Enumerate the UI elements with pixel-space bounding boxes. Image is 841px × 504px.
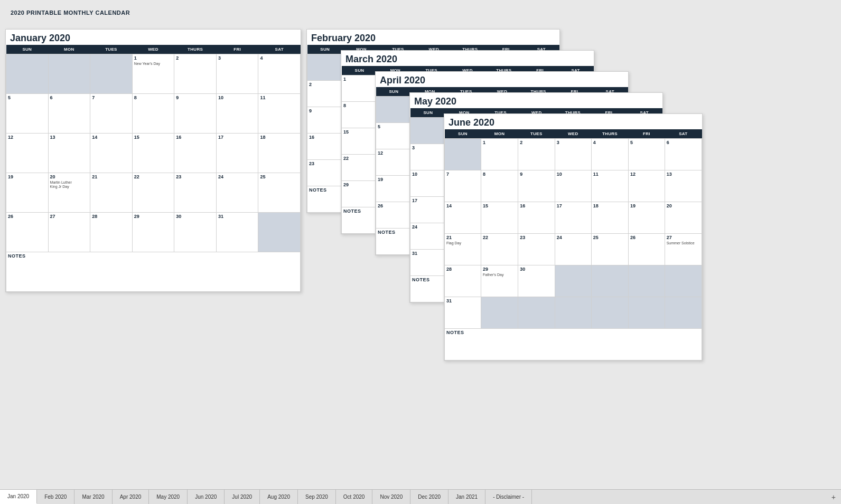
jan-day-15: 15 <box>132 134 174 173</box>
june-title: June 2020 <box>444 114 702 129</box>
table-row: 19 20Martin LutherKing Jr Day 21 22 23 2… <box>6 173 301 213</box>
jan-fri-header: FRI <box>216 45 258 54</box>
jan-thurs-header: THURS <box>174 45 217 54</box>
jan-empty <box>90 54 133 94</box>
table-row: 7 8 9 10 11 12 13 <box>445 170 702 202</box>
jan-day-2: 2 <box>174 54 217 94</box>
jan-sun-header: SUN <box>6 45 49 54</box>
jan-day-1: 1New Year's Day <box>132 54 174 94</box>
tab-oct-2020[interactable]: Oct 2020 <box>336 490 373 504</box>
jan-day-7: 7 <box>90 94 133 134</box>
tab-apr-2020[interactable]: Apr 2020 <box>113 490 149 504</box>
jun-notes-row: NOTES <box>445 329 702 360</box>
jan-day-5: 5 <box>6 94 49 134</box>
jan-day-9: 9 <box>174 94 217 134</box>
table-row: 1 2 3 4 5 6 <box>445 139 702 170</box>
jan-day-27: 27 <box>48 213 90 252</box>
jan-day-17: 17 <box>216 134 258 173</box>
jan-day-11: 11 <box>258 94 301 134</box>
jan-day-6: 6 <box>48 94 90 134</box>
june-calendar: June 2020 SUN MON TUES WED THURS FRI SAT… <box>444 113 703 361</box>
tab-sep-2020[interactable]: Sep 2020 <box>298 490 336 504</box>
jan-day-3: 3 <box>216 54 258 94</box>
tab-jul-2020[interactable]: Jul 2020 <box>225 490 260 504</box>
tab-feb-2020[interactable]: Feb 2020 <box>37 490 74 504</box>
tab-jun-2020[interactable]: Jun 2020 <box>188 490 225 504</box>
tab-aug-2020[interactable]: Aug 2020 <box>260 490 298 504</box>
tab-disclaimer[interactable]: - Disclaimer - <box>485 490 532 504</box>
jan-notes-row: NOTES <box>6 252 301 292</box>
main-content: 2020 PRINTABLE MONTHLY CALENDAR January … <box>0 0 841 489</box>
tab-jan-2020[interactable]: Jan 2020 <box>0 490 37 504</box>
jan-empty <box>48 54 90 94</box>
jan-day-20: 20Martin LutherKing Jr Day <box>48 173 90 213</box>
may-title: May 2020 <box>410 93 662 108</box>
jan-day-31: 31 <box>216 213 258 252</box>
tab-add-button[interactable]: + <box>826 490 841 504</box>
jan-day-21: 21 <box>90 173 133 213</box>
jan-tues-header: TUES <box>90 45 133 54</box>
jan-day-14: 14 <box>90 134 133 173</box>
tab-nov-2020[interactable]: Nov 2020 <box>372 490 410 504</box>
jan-day-23: 23 <box>174 173 217 213</box>
tab-dec-2020[interactable]: Dec 2020 <box>410 490 448 504</box>
january-title: January 2020 <box>6 30 301 45</box>
table-row: 28 29Father's Day 30 <box>445 265 702 297</box>
feb-sun-header: SUN <box>307 45 343 54</box>
tab-jan-2021[interactable]: Jan 2021 <box>448 490 485 504</box>
jan-day-10: 10 <box>216 94 258 134</box>
march-title: March 2020 <box>341 51 594 66</box>
january-table: SUN MON TUES WED THURS FRI SAT 1New Year… <box>6 45 301 292</box>
jan-empty <box>6 54 49 94</box>
jan-day-18: 18 <box>258 134 301 173</box>
jan-day-16: 16 <box>174 134 217 173</box>
jan-day-26: 26 <box>6 213 49 252</box>
tab-bar: Jan 2020 Feb 2020 Mar 2020 Apr 2020 May … <box>0 489 841 504</box>
table-row: 21Flag Day 22 23 24 25 26 27Summer Solst… <box>445 234 702 265</box>
jan-day-8: 8 <box>132 94 174 134</box>
jan-empty-end <box>258 213 301 252</box>
jan-day-25: 25 <box>258 173 301 213</box>
january-calendar: January 2020 SUN MON TUES WED THURS FRI … <box>5 29 301 292</box>
june-table: SUN MON TUES WED THURS FRI SAT 1 2 3 4 5 <box>444 129 702 360</box>
jan-mon-header: MON <box>48 45 90 54</box>
jan-day-12: 12 <box>6 134 49 173</box>
table-row: 26 27 28 29 30 31 <box>6 213 301 252</box>
table-row: 14 15 16 17 18 19 20 <box>445 202 702 234</box>
tab-may-2020[interactable]: May 2020 <box>149 490 188 504</box>
jan-day-19: 19 <box>6 173 49 213</box>
table-row: 12 13 14 15 16 17 18 <box>6 134 301 173</box>
table-row: 1New Year's Day 2 3 4 <box>6 54 301 94</box>
jan-day-28: 28 <box>90 213 133 252</box>
tab-mar-2020[interactable]: Mar 2020 <box>74 490 112 504</box>
jan-day-24: 24 <box>216 173 258 213</box>
jan-day-29: 29 <box>132 213 174 252</box>
jan-sat-header: SAT <box>258 45 301 54</box>
table-row: 5 6 7 8 9 10 11 <box>6 94 301 134</box>
jan-wed-header: WED <box>132 45 174 54</box>
february-title: February 2020 <box>307 30 559 45</box>
jan-day-4: 4 <box>258 54 301 94</box>
april-title: April 2020 <box>376 72 628 87</box>
jan-day-30: 30 <box>174 213 217 252</box>
jan-day-13: 13 <box>48 134 90 173</box>
jan-day-22: 22 <box>132 173 174 213</box>
jan-notes-label: NOTES <box>6 252 301 292</box>
page-title: 2020 PRINTABLE MONTHLY CALENDAR <box>11 9 830 16</box>
table-row: 31 <box>445 297 702 329</box>
